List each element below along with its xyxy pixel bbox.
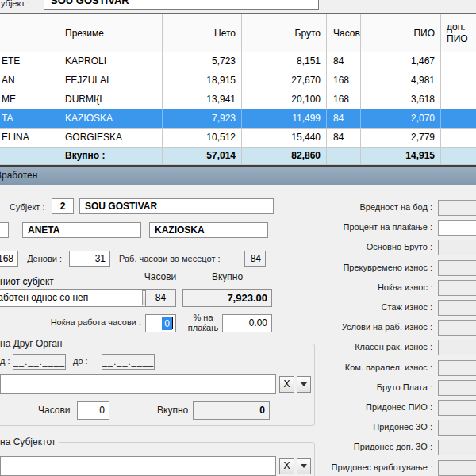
- employee-row-dop_pio: [441, 129, 476, 147]
- other-organ-clear-button[interactable]: X: [279, 376, 294, 393]
- employee-row-first: TA: [0, 109, 60, 128]
- amount-field-3: [438, 260, 476, 276]
- payroll-app-window: { "colors": { "selected_row_bg": "#3a97e…: [0, 0, 476, 476]
- employee-row-pio: 3,618: [361, 90, 441, 109]
- table-header-row-surname: Презиме: [60, 14, 163, 52]
- amount-field-10: [438, 400, 476, 416]
- employee-row-first: AN: [0, 71, 60, 90]
- employee-row-first: ETE: [0, 52, 60, 71]
- amount-label-9: Бруто Плата :: [298, 382, 432, 392]
- employee-row-surname: GORGIESKA: [60, 129, 163, 147]
- employee-row[interactable]: ETEKAPROLI5,7238,151841,467: [0, 52, 476, 71]
- amount-label-10: Придонес ПИО :: [298, 402, 432, 412]
- subject-id-field[interactable]: 2: [52, 198, 74, 214]
- g1-hours-label: Часови: [38, 405, 71, 416]
- employee-row-hours: 84: [327, 109, 361, 128]
- amount-label-5: Стаж износ :: [298, 302, 432, 312]
- subject-work-combobox[interactable]: [0, 456, 276, 476]
- subject-strip-label: убјект :: [1, 0, 30, 8]
- employment-total-field: 7,923.00: [182, 289, 272, 307]
- last-name-field[interactable]: KAZIOSKA: [149, 222, 268, 238]
- employee-row-hours: 84: [327, 129, 361, 147]
- amount-field-9: [438, 380, 476, 396]
- employee-row-first: ME: [0, 90, 60, 109]
- table-total-row-pio: 14,915: [361, 148, 441, 164]
- employee-panel-title: Вработен: [0, 170, 37, 181]
- id-fragment-field[interactable]: [0, 222, 9, 238]
- amount-label-4: Ноќна износ :: [298, 282, 432, 292]
- employee-row-surname: DURMI{I: [60, 90, 163, 109]
- table-total-row-neto: 57,014: [163, 148, 242, 164]
- table-header-row-bruto: Бруто: [242, 14, 327, 52]
- amount-field-11: [438, 420, 476, 436]
- amount-label-13: Придонес вработување :: [298, 463, 432, 472]
- employee-row-pio: 4,981: [361, 71, 441, 90]
- employee-row-neto: 5,723: [163, 52, 242, 71]
- night-hours-input[interactable]: 0: [145, 314, 176, 332]
- pct-pay-input[interactable]: 0.00: [222, 314, 272, 332]
- amount-label-1: Процент на плаќање :: [298, 222, 432, 232]
- employee-row-pio: 2,779: [361, 129, 441, 147]
- employee-row[interactable]: ANFEJZULAI18,91527,6701684,981: [0, 71, 476, 90]
- amount-field-7: [438, 340, 476, 355]
- month-hours-field: 84: [244, 251, 266, 267]
- employee-row-bruto: 15,440: [242, 129, 327, 147]
- amount-label-2: Основно Бруто :: [298, 242, 432, 251]
- amount-label-8: Ком. паралел. износ :: [298, 363, 432, 372]
- date-to-label: до :: [73, 356, 88, 366]
- first-name-field[interactable]: ANETA: [22, 222, 141, 238]
- pct-pay-label: % на плаќањ: [186, 313, 221, 333]
- g1-hours-input[interactable]: 0: [77, 401, 109, 420]
- amount-field-13: [438, 460, 476, 476]
- employee-row[interactable]: TAKAZIOSKA7,92311,499842,070: [0, 109, 476, 129]
- amount-field-0: [438, 200, 476, 216]
- other-organ-combobox[interactable]: [0, 374, 276, 394]
- amount-field-1[interactable]: [438, 220, 476, 236]
- employment-type-combobox[interactable]: нато во работен однос со неп: [0, 289, 159, 307]
- total-column-label: Вкупно: [182, 271, 272, 282]
- amount-label-3: Прекувремено износ :: [298, 263, 432, 272]
- employee-row-hours: 168: [327, 71, 361, 90]
- subject-strip-field[interactable]: SOU GOSTIVAR: [44, 0, 319, 10]
- date-to-input[interactable]: __.__.____: [102, 354, 155, 370]
- days-field[interactable]: 31: [69, 251, 110, 267]
- employee-row-bruto: 20,100: [242, 90, 327, 109]
- employment-hours-field: 84: [145, 289, 176, 307]
- table-header-row-hours: Часов: [327, 14, 361, 52]
- employee-row-bruto: 8,151: [242, 52, 327, 71]
- hours-column-label: Часови: [143, 271, 178, 282]
- table-total-row-first: [0, 148, 60, 164]
- employee-row-dop_pio: [441, 71, 476, 90]
- amount-field-2: [438, 240, 476, 255]
- employee-row-bruto: 27,670: [242, 71, 327, 90]
- employee-row-neto: 13,941: [163, 90, 242, 109]
- amount-field-4: [438, 280, 476, 296]
- table-header-row-dop_pio: доп.ПИО: [441, 14, 476, 52]
- employee-row[interactable]: MEDURMI{I13,94120,1001683,618: [0, 90, 476, 109]
- g1-total-label: Вкупно: [157, 405, 188, 416]
- subject-work-clear-button[interactable]: X: [279, 458, 294, 474]
- table-header-row-pio: ПИО: [361, 14, 441, 52]
- text-caret: [172, 317, 173, 329]
- table-header-row-first: [0, 14, 60, 52]
- table-total-row-surname: Вкупно :: [60, 148, 163, 164]
- amount-field-6: [438, 320, 476, 336]
- employee-row[interactable]: ELINAGORGIESKA10,51215,440842,779: [0, 129, 476, 148]
- employees-table: ПрезимеНетоБрутоЧасовПИОдоп.ПИОETEKAPROL…: [0, 13, 476, 165]
- date-from-input[interactable]: __.__.____: [13, 354, 66, 370]
- employee-row-neto: 10,512: [163, 129, 242, 147]
- employee-row-dop_pio: [441, 90, 476, 109]
- employee-panel-titlebar: Вработен: [0, 165, 476, 185]
- month-hours-label: Раб. часови во месецот :: [119, 254, 221, 263]
- employee-row-hours: 168: [327, 90, 361, 109]
- table-total-row: Вкупно :57,01482,86014,915: [0, 148, 476, 165]
- employee-row-neto: 18,915: [163, 71, 242, 90]
- amount-label-7: Класен рак. износ :: [298, 342, 432, 351]
- table-total-row-dop_pio: [441, 148, 476, 164]
- g1-total-field: 0: [193, 401, 270, 420]
- amount-field-5: [438, 300, 476, 316]
- amount-label-0: Вредност на бод :: [298, 202, 432, 212]
- amount-label-12: Придонес доп. ЗО :: [298, 442, 432, 451]
- subject-name-field[interactable]: SOU GOSTIVAR: [79, 198, 274, 214]
- employee-row-hours: 84: [327, 52, 361, 71]
